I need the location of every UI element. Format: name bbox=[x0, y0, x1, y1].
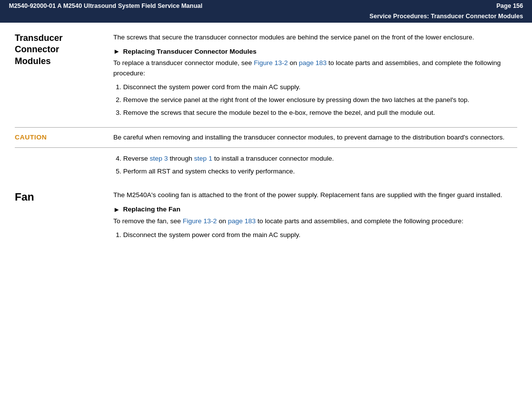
header-subtitle: Service Procedures: Transducer Connector… bbox=[0, 12, 532, 23]
transducer-steps-list: Disconnect the system power cord from th… bbox=[123, 82, 517, 118]
step-3-link[interactable]: step 3 bbox=[150, 155, 168, 162]
transducer-title-col: Transducer Connector Modules bbox=[15, 32, 113, 122]
post-caution-row: Reverse step 3 through step 1 to install… bbox=[15, 153, 517, 181]
caution-label-col: CAUTION bbox=[15, 133, 113, 142]
fan-section: Fan The M2540A's cooling fan is attached… bbox=[15, 189, 517, 244]
fan-title-col: Fan bbox=[15, 189, 113, 244]
caution-section: CAUTION Be careful when removing and ins… bbox=[15, 127, 517, 148]
fan-step-1: Disconnect the system power cord from th… bbox=[123, 230, 517, 240]
page-wrapper: M2540-92000-01 A M2540 Ultrasound System… bbox=[0, 0, 532, 411]
page-183-link-1[interactable]: page 183 bbox=[299, 59, 327, 67]
transducer-title: Transducer Connector Modules bbox=[15, 33, 103, 67]
header-bar: M2540-92000-01 A M2540 Ultrasound System… bbox=[0, 0, 532, 12]
transducer-intro: The screws that secure the transducer co… bbox=[113, 33, 517, 42]
caution-label: CAUTION bbox=[15, 134, 47, 141]
transducer-step-4: Reverse step 3 through step 1 to install… bbox=[123, 154, 517, 164]
figure-13-2-link-1[interactable]: Figure 13-2 bbox=[254, 59, 288, 67]
post-caution-steps-list: Reverse step 3 through step 1 to install… bbox=[123, 154, 517, 177]
replacing-fan-intro: To remove the fan, see Figure 13-2 on pa… bbox=[113, 216, 517, 226]
figure-13-2-link-2[interactable]: Figure 13-2 bbox=[183, 217, 217, 225]
header-left: M2540-92000-01 A M2540 Ultrasound System… bbox=[9, 2, 202, 9]
transducer-step-5: Perform all RST and system checks to ver… bbox=[123, 167, 517, 176]
step-1-link[interactable]: step 1 bbox=[194, 155, 212, 162]
fan-steps-list: Disconnect the system power cord from th… bbox=[123, 230, 517, 240]
fan-intro: The M2540A's cooling fan is attached to … bbox=[113, 190, 517, 200]
replacing-transducer-intro: To replace a transducer connector module… bbox=[113, 58, 517, 78]
transducer-step-1: Disconnect the system power cord from th… bbox=[123, 82, 517, 92]
transducer-content: The screws that secure the transducer co… bbox=[113, 32, 517, 122]
caution-text: Be careful when removing and installing … bbox=[113, 133, 517, 142]
arrow-icon-fan: ► bbox=[113, 206, 120, 213]
replacing-transducer-heading: ► Replacing Transducer Connector Modules bbox=[113, 47, 517, 55]
arrow-icon: ► bbox=[113, 47, 120, 55]
content-area: Transducer Connector Modules The screws … bbox=[0, 23, 532, 259]
transducer-section: Transducer Connector Modules The screws … bbox=[15, 32, 517, 122]
fan-title: Fan bbox=[15, 190, 103, 205]
transducer-step-3: Remove the screws that secure the module… bbox=[123, 108, 517, 118]
post-caution-content: Reverse step 3 through step 1 to install… bbox=[113, 153, 517, 181]
header-page: Page 156 bbox=[497, 2, 523, 9]
transducer-step-2: Remove the service panel at the right fr… bbox=[123, 95, 517, 105]
page-183-link-2[interactable]: page 183 bbox=[228, 217, 256, 225]
fan-content: The M2540A's cooling fan is attached to … bbox=[113, 189, 517, 244]
replacing-fan-heading: ► Replacing the Fan bbox=[113, 206, 517, 213]
post-caution-left bbox=[15, 153, 113, 181]
